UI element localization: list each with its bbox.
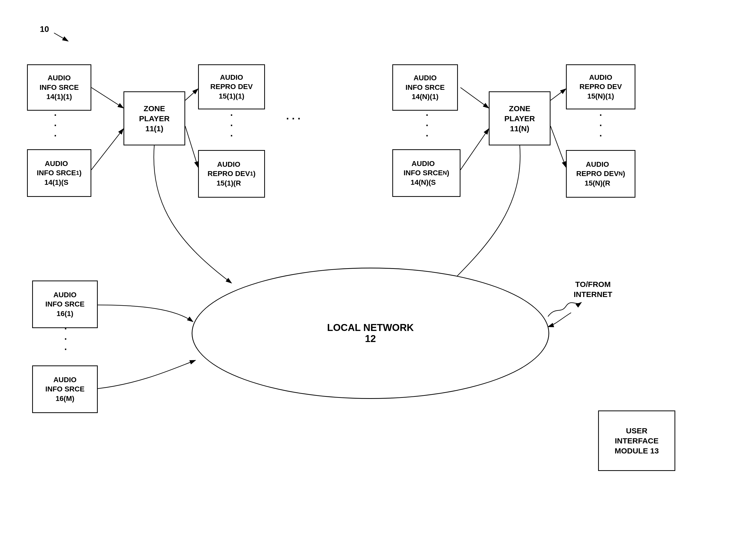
svg-text:·: ·: [54, 131, 57, 141]
audio-repro-dev-15-n-1: AUDIOREPRO DEV15(N)(1): [566, 64, 635, 109]
to-from-internet-label: TO/FROMINTERNET: [574, 279, 612, 299]
audio-info-srce-14-1-1: AUDIOINFO SRCE14(1)(1): [27, 64, 91, 111]
audio-info-srce-14-1-s1: AUDIOINFO SRCE14(1)(S1): [27, 149, 91, 197]
svg-text:·: ·: [599, 131, 602, 141]
svg-line-4: [91, 129, 123, 170]
svg-text:·: ·: [64, 344, 67, 355]
zone-player-11-n: ZONEPLAYER11(N): [489, 92, 551, 145]
svg-text:·: ·: [54, 120, 57, 131]
diagram-container: 10: [0, 0, 754, 560]
svg-text:·: ·: [599, 110, 602, 120]
audio-info-srce-14-n-1: AUDIOINFO SRCE14(N)(1): [392, 64, 458, 111]
user-interface-module-13: USERINTERFACEMODULE 13: [598, 411, 675, 471]
audio-repro-dev-15-1-r1: AUDIOREPRO DEV15(1)(R1): [198, 150, 265, 198]
svg-line-7: [461, 87, 489, 108]
svg-text:·: ·: [426, 131, 428, 141]
svg-text:·: ·: [599, 120, 602, 131]
svg-line-9: [551, 89, 566, 100]
audio-info-srce-14-n-sn: AUDIOINFO SRCE14(N)(SN): [392, 149, 461, 197]
svg-line-10: [551, 126, 566, 167]
svg-text:·: ·: [230, 131, 233, 141]
svg-text:·: ·: [230, 110, 233, 120]
svg-line-3: [91, 87, 123, 108]
svg-line-6: [185, 126, 198, 167]
svg-text:·: ·: [54, 110, 57, 120]
svg-line-2: [54, 33, 68, 41]
svg-text:·: ·: [64, 334, 67, 344]
zone-player-11-1: ZONEPLAYER11(1): [123, 92, 185, 145]
audio-info-srce-16-m: AUDIOINFO SRCE16(M): [32, 365, 98, 413]
svg-text:·: ·: [230, 120, 233, 131]
svg-text:·: ·: [426, 120, 428, 131]
local-network-12: LOCAL NETWORK 12: [192, 268, 549, 399]
svg-text:·: ·: [426, 110, 428, 120]
diagram-ref-label: 10: [40, 24, 49, 34]
audio-repro-dev-15-1-1: AUDIOREPRO DEV15(1)(1): [198, 64, 265, 109]
local-network-label: LOCAL NETWORK: [327, 322, 414, 333]
svg-line-5: [185, 89, 198, 100]
audio-repro-dev-15-n-rn: AUDIOREPRO DEV15(N)(RN): [566, 150, 635, 198]
svg-text:· · ·: · · ·: [286, 113, 301, 124]
audio-info-srce-16-1: AUDIOINFO SRCE16(1): [32, 281, 98, 328]
local-network-id: 12: [365, 333, 376, 344]
svg-line-8: [461, 129, 489, 170]
